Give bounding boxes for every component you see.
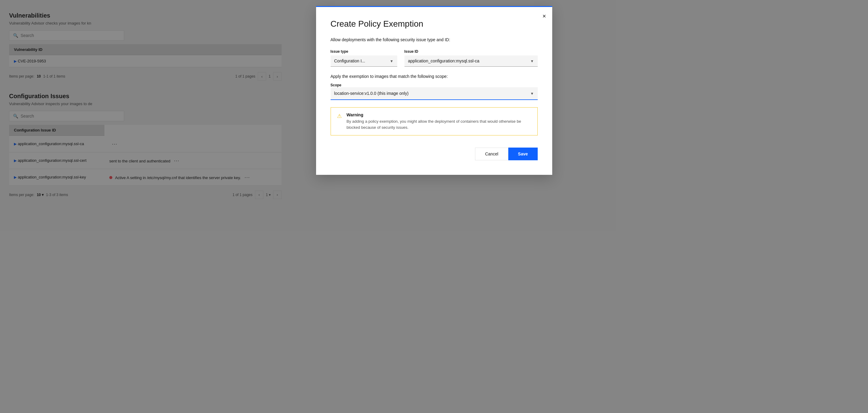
warning-icon: ⚠ — [337, 113, 342, 119]
scope-subtitle: Apply the exemption to images that match… — [331, 74, 538, 79]
issue-type-select-wrapper: Configuration I... ▼ — [331, 55, 397, 67]
modal-close-button[interactable]: × — [542, 13, 546, 19]
issue-type-select[interactable]: Configuration I... — [331, 55, 397, 67]
issue-id-select-wrapper: application_configuration:mysql.ssl-ca ▼ — [404, 55, 538, 67]
scope-section: Apply the exemption to images that match… — [331, 74, 538, 100]
modal-actions: Cancel Save — [331, 148, 538, 160]
issue-type-label: Issue type — [331, 49, 397, 54]
issue-id-label: Issue ID — [404, 49, 538, 54]
modal-title: Create Policy Exemption — [331, 19, 538, 29]
scope-select[interactable]: location-service:v1.0.0 (this image only… — [331, 87, 538, 100]
save-button[interactable]: Save — [508, 148, 538, 160]
warning-title: Warning — [347, 112, 531, 117]
issue-id-group: Issue ID application_configuration:mysql… — [404, 49, 538, 67]
scope-label: Scope — [331, 83, 342, 87]
scope-select-wrapper: location-service:v1.0.0 (this image only… — [331, 87, 538, 100]
warning-box: ⚠ Warning By adding a policy exemption, … — [331, 107, 538, 136]
issue-type-group: Issue type Configuration I... ▼ — [331, 49, 397, 67]
background-page: Vulnerabilities Vulnerability Advisor ch… — [0, 0, 868, 413]
issue-id-select[interactable]: application_configuration:mysql.ssl-ca — [404, 55, 538, 67]
create-policy-exemption-modal: × Create Policy Exemption Allow deployme… — [316, 6, 552, 175]
issue-form-row: Issue type Configuration I... ▼ Issue ID… — [331, 49, 538, 67]
warning-content: Warning By adding a policy exemption, yo… — [347, 112, 531, 130]
modal-overlay: × Create Policy Exemption Allow deployme… — [0, 0, 868, 413]
warning-text: By adding a policy exemption, you might … — [347, 118, 531, 130]
cancel-button[interactable]: Cancel — [475, 148, 508, 160]
modal-subtitle: Allow deployments with the following sec… — [331, 37, 538, 42]
